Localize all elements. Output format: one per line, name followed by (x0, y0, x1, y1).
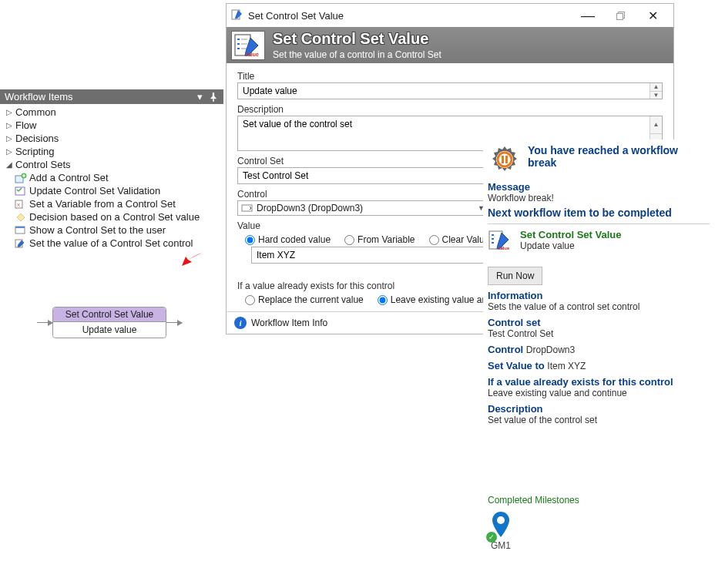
svg-point-21 (497, 516, 505, 524)
panel-header: Workflow Items ▾ (0, 89, 223, 104)
next-item-sub: Update value (520, 240, 621, 251)
tree: ▷Common ▷Flow ▷Decisions ▷Scripting ◢Con… (0, 104, 223, 251)
edit-icon (14, 237, 28, 249)
label-title: Title (237, 71, 663, 82)
spin-up-icon[interactable]: ▲ (650, 83, 662, 91)
label-description: Description (237, 104, 663, 115)
tree-subitem-decision[interactable]: Decision based on a Control Set value (0, 210, 223, 223)
control-select[interactable]: DropDown3 (DropDown3) ▼ (237, 200, 488, 216)
milestones-label: Completed Milestones (488, 495, 710, 506)
add-icon (14, 172, 28, 183)
control-label: Control (488, 344, 523, 355)
milestone-name: GM1 (488, 540, 710, 551)
label-control-set: Control Set (237, 156, 488, 166)
svg-text:value: value (245, 52, 259, 57)
banner-sub: Set the value of a control in a Control … (273, 48, 441, 60)
radio-hardcoded[interactable]: Hard coded value (245, 234, 331, 245)
info-icon: i (234, 317, 247, 329)
spin-down-icon[interactable]: ▼ (650, 91, 662, 99)
info-text: Sets the value of a control set control (488, 301, 710, 312)
node-title: Set Control Set Value (53, 307, 166, 322)
gear-pause-icon (488, 144, 522, 175)
callout-arrow-icon (182, 250, 203, 270)
svg-rect-18 (505, 156, 508, 163)
pin-icon[interactable] (208, 92, 219, 102)
svg-rect-17 (502, 156, 504, 163)
tree-item-scripting[interactable]: ▷Scripting (0, 145, 223, 158)
window-title: Set Control Set Value (248, 10, 344, 22)
tree-item-common[interactable]: ▷Common (0, 106, 223, 119)
check-icon: ✓ (486, 532, 497, 543)
control-set-input[interactable] (237, 167, 488, 184)
tree-subitem-show[interactable]: Show a Control Set to the user (0, 223, 223, 237)
svg-text:x: x (17, 201, 20, 208)
chevron-right-icon: ▷ (5, 108, 14, 116)
svg-rect-11 (616, 13, 623, 19)
help-panel: You have reached a workflow break Messag… (483, 139, 714, 556)
arrow-connector-icon (37, 322, 52, 323)
flow-node[interactable]: Set Control Set Value Update value (37, 307, 182, 338)
message-label: Message (488, 181, 710, 193)
panel-title: Workflow Items (5, 91, 73, 102)
setvalue-text: Item XYZ (547, 361, 586, 371)
show-icon (14, 224, 28, 236)
arrow-connector-icon (166, 322, 182, 323)
svg-rect-14 (242, 205, 252, 211)
node-sub: Update value (53, 322, 166, 338)
setvalue-label: Set Value to (488, 360, 545, 371)
banner-icon: value (231, 31, 265, 60)
tree-subitem-set-var[interactable]: xSet a Variable from a Control Set (0, 197, 223, 210)
radio-from-variable[interactable]: From Variable (344, 234, 415, 245)
workflow-items-panel: Workflow Items ▾ ▷Common ▷Flow ▷Decision… (0, 89, 223, 251)
value-input[interactable] (251, 247, 498, 264)
tree-subitem-update-validation[interactable]: Update Control Set Validation (0, 184, 223, 197)
cs-text: Test Control Set (488, 328, 710, 339)
next-item-link[interactable]: Set Control Set Value (520, 229, 621, 240)
title-input[interactable] (238, 83, 650, 99)
svg-rect-0 (213, 99, 214, 101)
break-title: You have reached a workflow break (528, 144, 710, 169)
desc-label: Description (488, 403, 710, 415)
banner: value Set Control Set Value Set the valu… (227, 27, 673, 63)
tree-subitem-set-value[interactable]: Set the value of a Control Set control (0, 237, 223, 250)
titlebar[interactable]: Set Control Set Value — ✕ (227, 4, 673, 27)
label-control: Control (237, 189, 488, 200)
svg-rect-3 (15, 187, 25, 195)
control-text: DropDown3 (526, 344, 575, 355)
chevron-right-icon: ▷ (5, 121, 14, 129)
next-item-icon: value (488, 229, 514, 254)
validation-icon (14, 185, 28, 197)
spin-up-icon[interactable]: ▲ (650, 116, 662, 133)
minimize-button[interactable]: — (572, 7, 604, 24)
radio-replace[interactable]: Replace the current value (245, 294, 364, 305)
chevron-right-icon: ▷ (5, 147, 14, 156)
banner-title: Set Control Set Value (273, 30, 441, 48)
chevron-right-icon: ▷ (5, 134, 14, 143)
message-text: Workflow break! (488, 193, 710, 203)
radio-clear-value[interactable]: Clear Value (429, 234, 490, 245)
tree-subitem-add[interactable]: Add a Control Set (0, 171, 223, 184)
close-button[interactable]: ✕ (636, 7, 669, 24)
restore-button[interactable] (604, 7, 636, 24)
chevron-down-icon: ◢ (5, 160, 14, 169)
info-label: Information (488, 290, 710, 301)
decision-icon (14, 211, 28, 223)
svg-text:value: value (498, 246, 510, 250)
next-label: Next workflow item to be completed (488, 207, 710, 224)
variable-icon: x (14, 198, 28, 210)
dropdown-icon[interactable]: ▾ (194, 92, 205, 102)
tree-item-decisions[interactable]: ▷Decisions (0, 132, 223, 145)
milestone-pin-icon: ✓ (488, 510, 710, 542)
tree-item-flow[interactable]: ▷Flow (0, 119, 223, 132)
exists-text: Leave existing value and continue (488, 388, 710, 398)
dropdown-control-icon (241, 203, 253, 213)
window-icon (231, 8, 243, 23)
cs-label: Control set (488, 317, 710, 328)
run-now-button[interactable]: Run Now (488, 267, 542, 285)
tree-item-control-sets[interactable]: ◢Control Sets (0, 158, 223, 171)
exists-label: If a value already exists for this contr… (488, 376, 710, 388)
desc-text: Set value of the control set (488, 415, 710, 425)
svg-rect-7 (15, 227, 25, 228)
